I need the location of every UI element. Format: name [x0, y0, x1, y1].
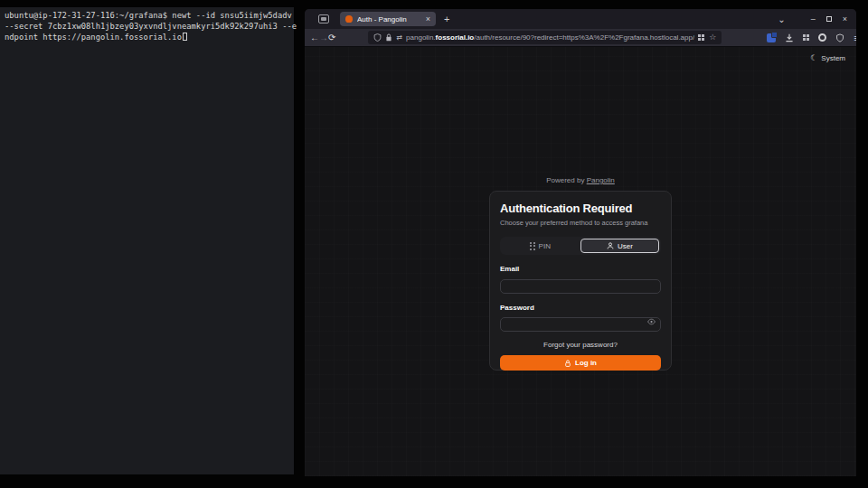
url-domain: fossorial.io — [436, 33, 475, 42]
bookmark-star-icon[interactable]: ☆ — [709, 33, 716, 42]
card-subtitle: Choose your preferred method to access g… — [500, 219, 661, 227]
forgot-password-link[interactable]: Forgot your password? — [500, 341, 661, 349]
browser-window: Auth - Pangolin × + ⌄ – × ← → ⟳ ⇄ pangol… — [305, 9, 856, 476]
tab-pin-label: PIN — [539, 242, 551, 250]
tab-user-label: User — [618, 242, 633, 250]
url-path: /auth/resource/90?redirect=https%3A%2F%2… — [474, 33, 694, 42]
tab-bar: Auth - Pangolin × + ⌄ – × — [305, 9, 856, 29]
url-text: pangolin.fossorial.io/auth/resource/90?r… — [406, 33, 694, 42]
terminal-cursor — [183, 33, 187, 41]
user-icon — [607, 242, 614, 249]
tab-pin[interactable]: PIN — [502, 239, 579, 253]
auth-column: Powered by Pangolin Authentication Requi… — [489, 176, 672, 371]
powered-by-text: Powered by — [546, 176, 584, 184]
login-button[interactable]: Log in — [500, 355, 661, 371]
password-field-wrap — [500, 314, 661, 333]
permissions-icon[interactable]: ⇄ — [396, 33, 402, 42]
terminal-line: ubuntu@ip-172-31-27-116:~/grafana$ newt … — [5, 10, 294, 21]
terminal-line: --secret 7cbz1xw08lh1jbzey03yxvndljvneam… — [5, 21, 294, 32]
new-tab-button[interactable]: + — [444, 14, 449, 24]
lock-icon[interactable] — [385, 33, 392, 42]
email-label: Email — [500, 265, 661, 273]
toolbar-extensions: ≡ — [767, 33, 856, 43]
url-bar[interactable]: ⇄ pangolin.fossorial.io/auth/resource/90… — [368, 31, 722, 44]
firefox-view-icon[interactable] — [318, 14, 329, 23]
reload-button[interactable]: ⟳ — [328, 33, 335, 42]
minimize-button[interactable]: – — [811, 15, 816, 23]
theme-moon-icon: ☾ — [810, 53, 817, 62]
urlbar-actions: ☆ — [698, 33, 716, 42]
login-button-label: Log in — [575, 359, 597, 367]
terminal-line: ndpoint https://pangolin.fossorial.io — [5, 32, 294, 42]
tab-close-icon[interactable]: × — [426, 15, 430, 23]
window-close-button[interactable]: × — [843, 15, 847, 23]
tab-auth-pangolin[interactable]: Auth - Pangolin × — [340, 12, 436, 26]
eye-icon — [647, 318, 656, 325]
extension-ring-icon[interactable] — [818, 33, 826, 42]
theme-label: System — [821, 54, 845, 62]
pangolin-favicon-icon — [345, 15, 353, 23]
navigation-bar: ← → ⟳ ⇄ pangolin.fossorial.io/auth/resou… — [305, 29, 856, 47]
forward-button[interactable]: → — [319, 33, 328, 42]
email-field-wrap — [500, 276, 661, 294]
show-password-button[interactable] — [647, 318, 656, 325]
back-button[interactable]: ← — [310, 33, 319, 42]
url-host-prefix: pangolin. — [406, 33, 435, 42]
terminal-line-text: ndpoint https://pangolin.fossorial.io — [5, 33, 182, 42]
downloads-icon[interactable] — [785, 33, 794, 42]
shield-icon[interactable] — [373, 33, 382, 42]
auth-method-tabs: PIN User — [500, 237, 661, 255]
containers-grid-icon[interactable] — [698, 34, 704, 41]
page-content: ☾ System Powered by Pangolin Authenticat… — [305, 47, 856, 476]
extension-shield-icon[interactable] — [835, 33, 844, 42]
password-field[interactable] — [500, 317, 661, 332]
terminal-window[interactable]: ubuntu@ip-172-31-27-116:~/grafana$ newt … — [0, 7, 294, 474]
extension-badge-icon[interactable] — [767, 33, 776, 42]
hamburger-menu-icon[interactable]: ≡ — [854, 33, 856, 43]
tab-user[interactable]: User — [580, 239, 659, 253]
tab-title: Auth - Pangolin — [357, 15, 421, 23]
password-label: Password — [500, 304, 661, 312]
auth-card: Authentication Required Choose your pref… — [489, 191, 672, 371]
pangolin-link[interactable]: Pangolin — [587, 176, 615, 184]
list-tabs-chevron-icon[interactable]: ⌄ — [778, 14, 785, 24]
pin-keypad-icon — [530, 242, 535, 250]
card-title: Authentication Required — [500, 202, 661, 216]
email-field[interactable] — [500, 279, 661, 294]
theme-toggle[interactable]: ☾ System — [810, 53, 845, 62]
login-lock-icon — [564, 360, 571, 367]
window-controls: – × — [811, 15, 847, 23]
maximize-button[interactable] — [826, 16, 832, 22]
powered-by: Powered by Pangolin — [489, 176, 672, 185]
extensions-icon[interactable] — [803, 34, 809, 41]
